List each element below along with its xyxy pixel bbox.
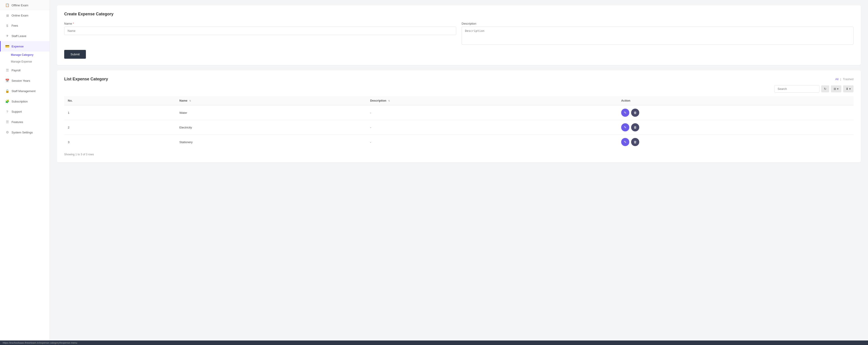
columns-button[interactable]: ⊞ ▾ xyxy=(831,85,841,92)
cell-description: - xyxy=(367,135,618,149)
list-links: All | Trashed xyxy=(835,77,854,81)
sidebar-item-staff-leave[interactable]: ✈ Staff Leave xyxy=(0,31,50,41)
table-row: 3 Stationery - ✎ 🗑 xyxy=(64,135,854,149)
list-header: List Expense Category All | Trashed xyxy=(64,77,854,81)
separator: | xyxy=(840,77,841,81)
delete-button[interactable]: 🗑 xyxy=(631,123,639,131)
main-content: Create Expense Category Name * Descripti… xyxy=(50,0,868,345)
cell-action: ✎ 🗑 xyxy=(618,105,854,120)
staff-management-icon: 🔒 xyxy=(5,89,9,93)
required-asterisk: * xyxy=(73,22,74,25)
table-row: 2 Electricity - ✎ 🗑 xyxy=(64,120,854,135)
sidebar-item-label: Subscription xyxy=(11,100,28,103)
sidebar-item-subscription[interactable]: 🧩 Subscription xyxy=(0,96,50,107)
cell-name: Water xyxy=(176,105,367,120)
sidebar-sub-manage-category[interactable]: Manage Category xyxy=(11,51,50,58)
description-input[interactable] xyxy=(462,27,854,45)
form-row-name-description: Name * Description xyxy=(64,22,854,45)
description-sort-icon[interactable]: ⇅ xyxy=(388,100,390,102)
sidebar-item-online-exam[interactable]: 🖥 Online Exam xyxy=(0,10,50,21)
expense-category-table: No. Name ⇅ Description ⇅ Action xyxy=(64,96,854,149)
sidebar-item-label: Offline Exam xyxy=(11,4,28,7)
cell-no: 1 xyxy=(64,105,176,120)
table-row: 1 Water - ✎ 🗑 xyxy=(64,105,854,120)
features-icon: ☰ xyxy=(5,120,9,124)
export-chevron: ▾ xyxy=(849,87,851,91)
edit-icon: ✎ xyxy=(624,111,627,114)
sidebar-sub-manage-expense[interactable]: Manage Expense xyxy=(11,58,50,65)
columns-chevron: ▾ xyxy=(837,87,839,91)
name-label: Name * xyxy=(64,22,456,25)
sidebar-item-label: System Settings xyxy=(11,131,33,134)
edit-button[interactable]: ✎ xyxy=(621,109,629,117)
payroll-icon: ☰ xyxy=(5,68,9,72)
form-group-name: Name * xyxy=(64,22,456,45)
export-button[interactable]: ⬇ ▾ xyxy=(843,85,854,92)
trashed-link[interactable]: Trashed xyxy=(843,77,854,81)
expense-icon: 💳 xyxy=(5,44,9,48)
sidebar-item-label: Staff Management xyxy=(11,90,35,93)
search-input[interactable] xyxy=(774,85,819,93)
fees-icon: $ xyxy=(5,24,9,28)
trash-icon: 🗑 xyxy=(633,111,637,114)
export-icon: ⬇ xyxy=(846,87,848,91)
cell-action: ✎ 🗑 xyxy=(618,120,854,135)
cell-no: 3 xyxy=(64,135,176,149)
list-title: List Expense Category xyxy=(64,77,108,81)
sidebar-item-expense[interactable]: 💳 Expense xyxy=(0,41,50,51)
cell-name: Stationery xyxy=(176,135,367,149)
action-buttons: ✎ 🗑 xyxy=(621,109,850,117)
sidebar-item-label: Staff Leave xyxy=(11,34,26,38)
refresh-button[interactable]: ↻ xyxy=(821,85,829,92)
name-input[interactable] xyxy=(64,27,456,35)
sidebar-item-label: Expense xyxy=(11,45,24,48)
sidebar-item-features[interactable]: ☰ Features xyxy=(0,117,50,127)
sidebar-item-session-years[interactable]: 📅 Session Years xyxy=(0,75,50,86)
sidebar-item-offline-exam[interactable]: 📋 Offline Exam xyxy=(0,0,50,10)
edit-button[interactable]: ✎ xyxy=(621,138,629,146)
name-sort-icon[interactable]: ⇅ xyxy=(189,100,191,102)
refresh-icon: ↻ xyxy=(824,87,827,91)
description-label: Description xyxy=(462,22,854,25)
edit-icon: ✎ xyxy=(624,140,627,144)
status-bar: https://eschoolsaas.thewrteam.in/expense… xyxy=(0,341,868,345)
cell-action: ✎ 🗑 xyxy=(618,135,854,149)
cell-description: - xyxy=(367,105,618,120)
action-buttons: ✎ 🗑 xyxy=(621,123,850,131)
cell-no: 2 xyxy=(64,120,176,135)
sidebar-item-label: Fees xyxy=(11,24,18,27)
col-name: Name ⇅ xyxy=(176,96,367,105)
columns-icon: ⊞ xyxy=(834,87,836,91)
trash-icon: 🗑 xyxy=(633,126,637,129)
status-url: https://eschoolsaas.thewrteam.in/expense… xyxy=(3,341,77,344)
sidebar-item-label: Features xyxy=(11,120,23,124)
subscription-icon: 🧩 xyxy=(5,99,9,103)
edit-icon: ✎ xyxy=(624,126,627,129)
form-group-description: Description xyxy=(462,22,854,45)
sidebar-item-label: Payroll xyxy=(11,69,21,72)
list-expense-category-section: List Expense Category All | Trashed ↻ ⊞ … xyxy=(57,70,861,162)
submit-button[interactable]: Submit xyxy=(64,50,86,59)
all-link[interactable]: All xyxy=(835,77,838,81)
sidebar-sub-expense: Manage Category Manage Expense xyxy=(0,51,50,65)
support-icon: ? xyxy=(5,110,9,113)
sidebar-item-support[interactable]: ? Support xyxy=(0,107,50,117)
cell-description: - xyxy=(367,120,618,135)
online-exam-icon: 🖥 xyxy=(5,13,9,18)
create-expense-category-section: Create Expense Category Name * Descripti… xyxy=(57,5,861,65)
delete-button[interactable]: 🗑 xyxy=(631,138,639,146)
table-body: 1 Water - ✎ 🗑 2 Electricity - xyxy=(64,105,854,149)
table-toolbar: ↻ ⊞ ▾ ⬇ ▾ xyxy=(64,85,854,93)
trash-icon: 🗑 xyxy=(633,140,637,144)
create-form-title: Create Expense Category xyxy=(64,12,854,16)
offline-exam-icon: 📋 xyxy=(5,3,9,7)
col-description: Description ⇅ xyxy=(367,96,618,105)
system-settings-icon: ⚙ xyxy=(5,130,9,134)
edit-button[interactable]: ✎ xyxy=(621,123,629,131)
sidebar-item-fees[interactable]: $ Fees xyxy=(0,21,50,31)
sidebar-item-payroll[interactable]: ☰ Payroll xyxy=(0,65,50,75)
showing-text: Showing 1 to 3 of 3 rows xyxy=(64,153,854,156)
sidebar-item-staff-management[interactable]: 🔒 Staff Management xyxy=(0,86,50,96)
delete-button[interactable]: 🗑 xyxy=(631,109,639,117)
sidebar-item-system-settings[interactable]: ⚙ System Settings xyxy=(0,127,50,138)
